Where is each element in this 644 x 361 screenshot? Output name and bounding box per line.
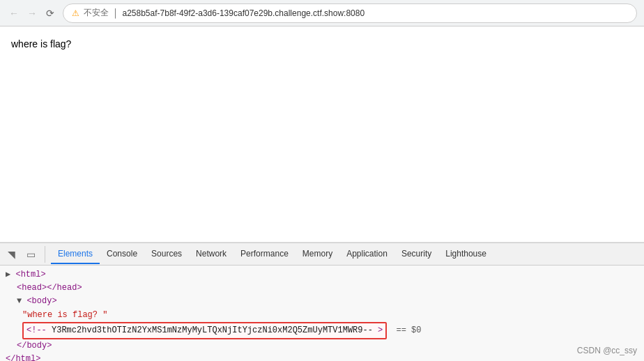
highlighted-comment: <!-- Y3Rmc2hvd3thOTIzN2YxMS1mNzMyMyLTQxN… <box>22 322 387 339</box>
devtools-icons: ◥ ▭ <box>3 246 45 263</box>
nav-buttons: ← → ⟳ <box>7 6 57 20</box>
separator: │ <box>113 8 118 18</box>
tab-sources[interactable]: Sources <box>144 245 189 264</box>
tab-lighthouse[interactable]: Lighthouse <box>438 245 493 264</box>
inspect-element-icon[interactable]: ◥ <box>3 246 20 263</box>
code-line-4: "where is flag? " <box>6 309 638 322</box>
devtools-panel: ◥ ▭ Elements Console Sources Network Per… <box>0 243 644 361</box>
body-open-tag: <body> <box>26 296 56 306</box>
body-expand-arrow[interactable]: ▼ <box>17 296 22 306</box>
security-warning-icon: ⚠ <box>72 8 79 18</box>
code-line-5: <!-- Y3Rmc2hvd3thOTIzN2YxMS1mNzMyMyLTQxN… <box>6 322 638 339</box>
page-content: where is flag? <box>0 26 644 243</box>
back-button[interactable]: ← <box>7 6 21 20</box>
device-toggle-icon[interactable]: ▭ <box>22 246 39 263</box>
tab-console[interactable]: Console <box>100 245 144 264</box>
comment-open: <!-- <box>26 325 47 335</box>
browser-chrome: ← → ⟳ ⚠ 不安全 │ a258b5af-7b8f-49f2-a3d6-13… <box>0 0 644 26</box>
watermark: CSDN @cc_ssy <box>577 346 637 355</box>
comment-close: > <box>378 325 383 335</box>
expand-arrow[interactable]: ▶ <box>6 270 10 279</box>
page-main-text: where is flag? <box>11 38 71 49</box>
tab-memory[interactable]: Memory <box>296 245 339 264</box>
forward-button[interactable]: → <box>25 6 39 20</box>
code-line-1: ▶ <html> <box>6 268 638 282</box>
encoded-content: Y3Rmc2hvd3thOTIzN2YxMS1mNzMyMyLTQxNjItYj… <box>52 325 373 335</box>
code-line-2: <head></head> <box>6 282 638 295</box>
code-line-3: ▼ <body> <box>6 295 638 308</box>
devtools-code-view: ▶ <html> <head></head> ▼ <body> "where i… <box>0 266 644 361</box>
tab-performance[interactable]: Performance <box>233 245 296 264</box>
string-value: "where is flag? " <box>22 310 107 320</box>
tab-application[interactable]: Application <box>339 245 394 264</box>
security-label: 不安全 <box>84 7 109 19</box>
html-open-tag: <html> <box>15 270 45 279</box>
body-close-tag: </body> <box>17 341 52 351</box>
code-line-7: </html> <box>6 353 638 361</box>
html-close-tag: </html> <box>6 354 40 361</box>
devtools-tab-bar: ◥ ▭ Elements Console Sources Network Per… <box>0 243 644 266</box>
tab-elements[interactable]: Elements <box>51 245 100 264</box>
code-line-6: </body> <box>6 339 638 353</box>
head-tag: <head></head> <box>17 283 82 293</box>
url-text: a258b5af-7b8f-49f2-a3d6-139caf07e29b.cha… <box>123 8 365 18</box>
address-bar[interactable]: ⚠ 不安全 │ a258b5af-7b8f-49f2-a3d6-139caf07… <box>63 3 637 23</box>
dollar-eq: == $0 <box>397 325 422 335</box>
tab-security[interactable]: Security <box>394 245 438 264</box>
reload-button[interactable]: ⟳ <box>43 6 57 20</box>
tab-network[interactable]: Network <box>189 245 233 264</box>
